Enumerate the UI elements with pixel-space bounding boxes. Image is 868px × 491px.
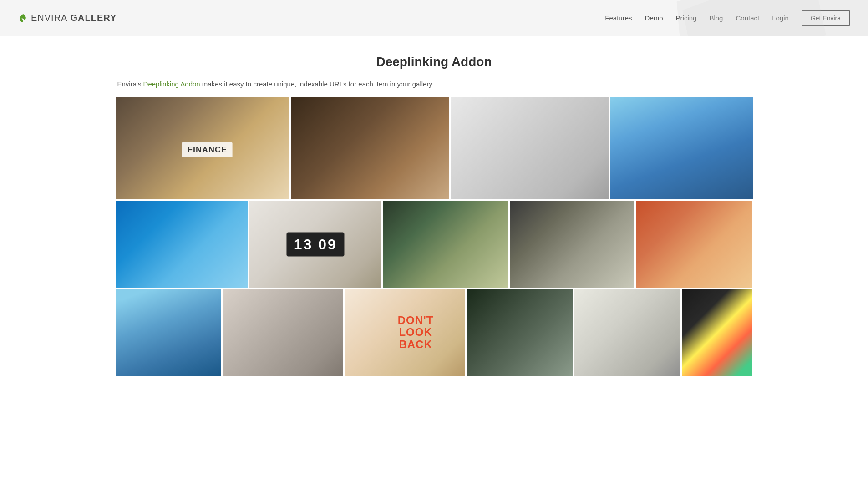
main-content: Deeplinking Addon Envira's Deeplinking A… (107, 36, 762, 385)
logo-text-gallery: GALLERY (70, 13, 117, 23)
description-suffix: makes it easy to create unique, indexabl… (200, 80, 434, 88)
nav-blog[interactable]: Blog (709, 14, 723, 22)
logo[interactable]: ENVIRAGALLERY (18, 13, 117, 23)
gallery-item[interactable] (223, 289, 343, 376)
gallery-item[interactable] (467, 289, 573, 376)
gallery-item[interactable] (291, 97, 449, 199)
deeplinking-addon-link[interactable]: Deeplinking Addon (143, 80, 200, 88)
gallery-item[interactable] (636, 201, 752, 288)
nav-demo[interactable]: Demo (645, 14, 663, 22)
gallery-row-2: 13 09 (116, 201, 753, 288)
gallery-item[interactable] (451, 97, 609, 199)
nav-login[interactable]: Login (772, 14, 789, 22)
gallery-item[interactable]: FINANCE (116, 97, 289, 199)
nav-features[interactable]: Features (605, 14, 632, 22)
page-title: Deeplinking Addon (116, 55, 753, 69)
gallery-item[interactable] (116, 201, 248, 288)
gallery-item[interactable] (116, 289, 222, 376)
main-nav: Features Demo Pricing Blog Contact Login… (605, 10, 850, 26)
gallery-item[interactable]: 13 09 (249, 201, 381, 288)
get-envira-button[interactable]: Get Envira (802, 10, 850, 26)
gallery-row-1: FINANCE (116, 97, 753, 199)
description-prefix: Envira's (117, 80, 143, 88)
gallery-item[interactable] (574, 289, 680, 376)
logo-text-envira: ENVIRA (31, 13, 67, 23)
nav-contact[interactable]: Contact (736, 14, 759, 22)
nav-pricing[interactable]: Pricing (676, 14, 697, 22)
site-header: ENVIRAGALLERY Features Demo Pricing Blog… (0, 0, 868, 36)
gallery-item[interactable] (610, 97, 752, 199)
gallery-item[interactable] (383, 201, 508, 288)
dont-look-overlay: DON'TLOOKBACK (398, 314, 434, 350)
finance-overlay: FINANCE (182, 142, 233, 157)
clock-overlay: 13 09 (287, 233, 345, 257)
gallery-row-3: DON'TLOOKBACK (116, 289, 753, 376)
gallery-item[interactable] (510, 201, 634, 288)
gallery-item[interactable]: DON'TLOOKBACK (345, 289, 465, 376)
gallery-item[interactable] (682, 289, 752, 376)
gallery: FINANCE 13 09 DON'TLOOKBACK (116, 97, 753, 376)
logo-leaf-icon (18, 13, 28, 23)
page-description: Envira's Deeplinking Addon makes it easy… (116, 80, 753, 88)
